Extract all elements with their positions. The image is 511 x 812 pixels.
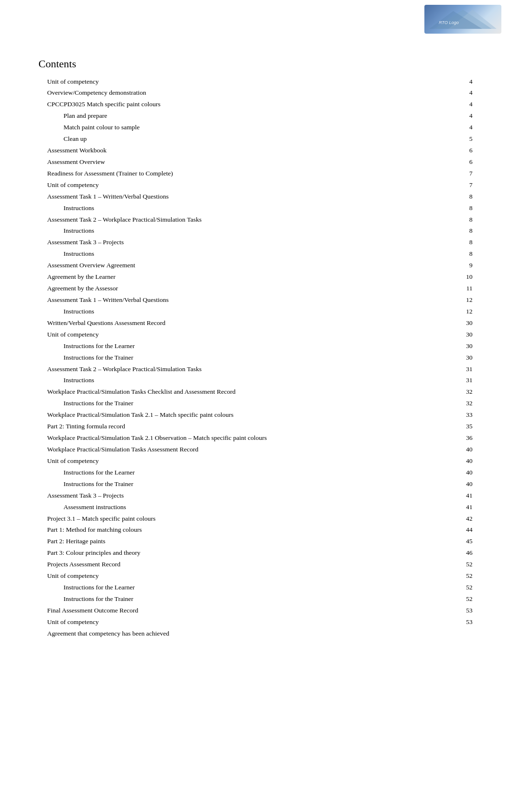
- toc-label-instructions-1: Instructions: [64, 203, 94, 213]
- toc-entry-assessment-task-2b: Assessment Task 2 – Workplace Practical/…: [38, 363, 473, 375]
- toc-page-assessment-overview-agreement: 9: [461, 261, 473, 271]
- toc-container: Unit of competency4Overview/Competency d…: [38, 76, 473, 639]
- toc-entry-instructions-trainer-2: Instructions for the Trainer32: [38, 398, 473, 410]
- toc-entry-plan-prepare: Plan and prepare4: [38, 111, 473, 122]
- toc-page-instructions-trainer-2: 32: [461, 399, 473, 409]
- toc-label-assessment-task-3: Assessment Task 3 – Projects: [47, 237, 124, 248]
- toc-label-assessment-task-2b: Assessment Task 2 – Workplace Practical/…: [47, 364, 202, 375]
- toc-page-assessment-task-3: 8: [461, 237, 473, 248]
- toc-entry-readiness-assessment: Readiness for Assessment (Trainer to Com…: [38, 168, 473, 179]
- toc-page-wp-tasks-assessment-record: 40: [461, 445, 473, 455]
- toc-page-assessment-task-3b: 41: [461, 491, 473, 501]
- toc-entry-assessment-overview-agreement: Assessment Overview Agreement9: [38, 260, 473, 272]
- toc-page-instructions-trainer-4: 52: [461, 594, 473, 604]
- toc-page-assessment-task-1: 8: [461, 192, 473, 202]
- toc-label-overview-competency: Overview/Competency demonstration: [47, 88, 146, 98]
- toc-page-instructions-2: 8: [461, 226, 473, 236]
- toc-entry-part2-tinting: Part 2: Tinting formula record35: [38, 421, 473, 433]
- toc-page-instructions-learner-3: 52: [461, 583, 473, 593]
- toc-page-instructions-trainer-1: 30: [461, 353, 473, 363]
- toc-page-instructions-1: 8: [461, 203, 473, 213]
- toc-entry-wp-checklist-record: Workplace Practical/Simulation Tasks Che…: [38, 387, 473, 398]
- toc-label-projects-assessment-record: Projects Assessment Record: [47, 560, 120, 570]
- toc-entry-assessment-task-1: Assessment Task 1 – Written/Verbal Quest…: [38, 191, 473, 202]
- toc-page-unit-of-competency-6: 53: [461, 617, 473, 627]
- contents-heading: Contents: [38, 58, 473, 70]
- toc-entry-unit-of-competency-4: Unit of competency40: [38, 455, 473, 467]
- toc-page-assessment-task-2b: 31: [461, 364, 473, 375]
- toc-label-instructions-trainer-3: Instructions for the Trainer: [64, 479, 133, 489]
- toc-page-plan-prepare: 4: [461, 111, 473, 121]
- toc-entry-cpccpd3025: CPCCPD3025 Match specific paint colours4: [38, 99, 473, 111]
- toc-label-assessment-task-1: Assessment Task 1 – Written/Verbal Quest…: [47, 192, 169, 202]
- toc-page-match-paint: 4: [461, 123, 473, 133]
- toc-page-instructions-1b: 12: [461, 307, 473, 317]
- toc-label-part3-colour: Part 3: Colour principles and theory: [47, 548, 141, 558]
- toc-entry-assessment-workbook: Assessment Workbook6: [38, 145, 473, 157]
- toc-label-instructions-1b: Instructions: [64, 307, 94, 317]
- toc-label-wp-task-2-1: Workplace Practical/Simulation Task 2.1 …: [47, 410, 233, 420]
- toc-entry-project-3-1: Project 3.1 – Match specific paint colou…: [38, 513, 473, 525]
- toc-label-plan-prepare: Plan and prepare: [64, 111, 107, 121]
- toc-label-instructions-2: Instructions: [64, 226, 94, 236]
- toc-page-assessment-task-2: 8: [461, 215, 473, 225]
- toc-page-wp-task-2-1: 33: [461, 410, 473, 420]
- toc-label-part2-heritage: Part 2: Heritage paints: [47, 537, 105, 547]
- toc-page-unit-of-competency-2: 7: [461, 180, 473, 190]
- toc-label-assessment-task-1b: Assessment Task 1 – Written/Verbal Quest…: [47, 295, 169, 305]
- toc-label-unit-of-competency-2: Unit of competency: [47, 180, 99, 190]
- toc-entry-assessment-task-3b: Assessment Task 3 – Projects41: [38, 490, 473, 501]
- toc-entry-wp-task-2-1-observation: Workplace Practical/Simulation Task 2.1 …: [38, 433, 473, 444]
- toc-entry-assessment-instructions: Assessment instructions41: [38, 501, 473, 513]
- toc-label-written-verbal-record: Written/Verbal Questions Assessment Reco…: [47, 318, 166, 328]
- toc-page-unit-of-competency-1: 4: [461, 77, 473, 87]
- toc-page-unit-of-competency-3: 30: [461, 330, 473, 340]
- toc-entry-instructions-1b: Instructions12: [38, 306, 473, 317]
- toc-label-instructions-trainer-1: Instructions for the Trainer: [64, 353, 133, 363]
- toc-label-instructions-trainer-4: Instructions for the Trainer: [64, 594, 133, 604]
- toc-page-final-assessment-outcome: 53: [461, 606, 473, 616]
- toc-page-agreement-learner: 10: [461, 272, 473, 282]
- toc-label-match-paint: Match paint colour to sample: [64, 123, 140, 133]
- toc-page-assessment-instructions: 41: [461, 502, 473, 512]
- toc-label-instructions-3: Instructions: [64, 249, 94, 259]
- toc-label-assessment-overview-agreement: Assessment Overview Agreement: [47, 261, 135, 271]
- toc-entry-instructions-2b: Instructions31: [38, 375, 473, 387]
- toc-page-instructions-learner-1: 30: [461, 341, 473, 351]
- toc-page-instructions-learner-2: 40: [461, 468, 473, 478]
- toc-page-assessment-task-1b: 12: [461, 295, 473, 305]
- toc-page-unit-of-competency-5: 52: [461, 571, 473, 581]
- toc-label-unit-of-competency-3: Unit of competency: [47, 330, 99, 340]
- toc-label-wp-tasks-assessment-record: Workplace Practical/Simulation Tasks Ass…: [47, 445, 198, 455]
- toc-page-overview-competency: 4: [461, 88, 473, 98]
- toc-label-assessment-task-2: Assessment Task 2 – Workplace Practical/…: [47, 215, 202, 225]
- toc-entry-unit-of-competency-2: Unit of competency7: [38, 179, 473, 191]
- toc-page-cpccpd3025: 4: [461, 100, 473, 110]
- toc-entry-part1-method: Part 1: Method for matching colours44: [38, 525, 473, 536]
- toc-label-agreement-competency: Agreement that competency has been achie…: [47, 629, 169, 639]
- toc-page-agreement-assessor: 11: [461, 284, 473, 294]
- toc-label-unit-of-competency-5: Unit of competency: [47, 571, 99, 581]
- toc-entry-unit-of-competency-3: Unit of competency30: [38, 329, 473, 340]
- toc-label-unit-of-competency-1: Unit of competency: [47, 77, 99, 87]
- toc-entry-instructions-trainer-3: Instructions for the Trainer40: [38, 478, 473, 490]
- toc-label-agreement-learner: Agreement by the Learner: [47, 272, 115, 282]
- toc-label-assessment-overview: Assessment Overview: [47, 157, 105, 167]
- toc-label-part1-method: Part 1: Method for matching colours: [47, 525, 142, 535]
- toc-entry-instructions-trainer-1: Instructions for the Trainer30: [38, 352, 473, 363]
- toc-entry-agreement-learner: Agreement by the Learner10: [38, 272, 473, 283]
- toc-entry-unit-of-competency-1: Unit of competency4: [38, 76, 473, 87]
- toc-page-project-3-1: 42: [461, 514, 473, 524]
- toc-page-projects-assessment-record: 52: [461, 560, 473, 570]
- logo-image: RTO Logo: [424, 5, 501, 34]
- toc-page-part3-colour: 46: [461, 548, 473, 558]
- toc-page-wp-checklist-record: 32: [461, 387, 473, 397]
- toc-entry-part3-colour: Part 3: Colour principles and theory46: [38, 548, 473, 559]
- toc-label-part2-tinting: Part 2: Tinting formula record: [47, 422, 125, 432]
- toc-page-readiness-assessment: 7: [461, 169, 473, 179]
- toc-label-agreement-assessor: Agreement by the Assessor: [47, 284, 118, 294]
- toc-page-assessment-overview: 6: [461, 157, 473, 167]
- toc-label-assessment-task-3b: Assessment Task 3 – Projects: [47, 491, 124, 501]
- toc-entry-instructions-3: Instructions8: [38, 249, 473, 260]
- toc-page-part2-tinting: 35: [461, 422, 473, 432]
